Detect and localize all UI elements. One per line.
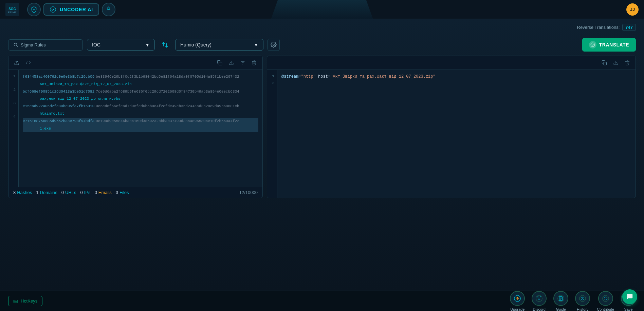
urls-stat: 0 URLs <box>61 190 76 195</box>
history-action[interactable]: History <box>575 291 590 311</box>
svg-text:PRIME: PRIME <box>8 11 16 14</box>
nav-shield-button[interactable] <box>27 3 41 16</box>
hotkeys-button[interactable]: HotKeys <box>8 296 42 306</box>
upgrade-action[interactable]: Upgrade <box>510 291 525 311</box>
code-icon <box>25 60 31 65</box>
right-editor-content[interactable]: @stream="http" host="Акт_Звірки_та_рах.ф… <box>277 70 636 198</box>
svg-point-30 <box>602 295 608 301</box>
contribute-action[interactable]: Contribute <box>597 291 614 311</box>
translate-button[interactable]: TRANSLATE <box>582 38 636 52</box>
svg-point-9 <box>591 43 595 47</box>
char-count: 12/10000 <box>239 190 258 195</box>
left-download-button[interactable] <box>226 58 236 67</box>
right-line-numbers: 1 2 <box>267 70 277 198</box>
history-icon <box>575 291 590 306</box>
svg-point-3 <box>33 8 35 10</box>
hashes-stat: 8 Hashes <box>13 190 32 195</box>
emails-stat: 0 Emails <box>95 190 112 195</box>
svg-point-5 <box>108 8 109 10</box>
emails-label: Emails <box>98 190 112 195</box>
ips-count: 0 <box>80 190 83 195</box>
left-copy-button[interactable] <box>215 58 224 67</box>
nav-title-container[interactable]: UNCODER AI <box>43 3 99 16</box>
left-download-icon <box>228 60 234 65</box>
editors-row: 1 2 3 4 f634458ac460762c0e9e3b8b7c29cb09… <box>8 56 636 198</box>
ips-stat: 0 IPs <box>80 190 91 195</box>
guide-label: Guide <box>556 307 566 311</box>
nav-settings-button[interactable] <box>102 3 115 16</box>
right-delete-button[interactable] <box>623 58 632 67</box>
shield-icon <box>31 6 37 13</box>
target-dropdown[interactable]: Humio (Query) ▼ <box>175 39 263 51</box>
source-dropdown-value: IOC <box>92 42 100 47</box>
hashes-label: Hashes <box>17 190 32 195</box>
left-editor-panel: 1 2 3 4 f634458ac460762c0e9e3b8b7c29cb09… <box>8 56 263 198</box>
top-nav: SOC PRIME UNCODER AI JJ <box>0 0 644 19</box>
target-dropdown-arrow: ▼ <box>254 42 258 47</box>
left-editor-content[interactable]: f634458ac460762c0e9e3b8b7c29cb09 be33946… <box>19 70 262 187</box>
svg-rect-18 <box>14 300 18 303</box>
svg-point-8 <box>273 44 275 46</box>
logo: SOC PRIME <box>5 3 19 16</box>
swap-button[interactable] <box>159 39 171 51</box>
code-line-1: f634458ac460762c0e9e3b8b7c29cb09 be33946… <box>23 73 258 81</box>
save-label: Save <box>624 307 632 311</box>
uncoder-icon <box>50 6 56 13</box>
source-dropdown-arrow: ▼ <box>145 42 150 47</box>
left-copy-icon <box>217 60 222 65</box>
settings-button[interactable] <box>268 39 280 51</box>
code-line-3b: htainfo.txt <box>23 110 258 118</box>
search-box[interactable]: Sigma Rules <box>8 39 83 51</box>
svg-rect-16 <box>604 62 607 65</box>
chat-icon <box>626 293 633 300</box>
search-icon <box>13 42 18 47</box>
search-label: Sigma Rules <box>21 42 46 47</box>
left-editor-toolbar <box>8 56 262 70</box>
svg-point-20 <box>536 295 542 301</box>
code-line-3: e15ead922a05d2fc80be05fa7fb16310 9e6cd6f… <box>23 103 258 110</box>
app-title: UNCODER AI <box>60 7 93 12</box>
files-stat: 3 Files <box>116 190 129 195</box>
svg-point-6 <box>14 43 17 46</box>
right-download-button[interactable] <box>611 58 621 67</box>
guide-icon <box>553 291 568 306</box>
code-button[interactable] <box>23 58 33 67</box>
target-dropdown-value: Humio (Query) <box>180 42 211 47</box>
code-line-2b: рахунок_від_12_07_2023_до_оплати.vbs <box>23 95 258 103</box>
source-dropdown[interactable]: IOC ▼ <box>87 39 155 51</box>
right-copy-button[interactable] <box>600 58 609 67</box>
logo-icon: SOC PRIME <box>5 3 19 16</box>
code-line-1b: Акт_Звірки_та_рах.факт_від_12_07_2023.zi… <box>23 81 258 88</box>
right-editor-toolbar <box>267 56 636 70</box>
domains-label: Domains <box>40 190 57 195</box>
contribute-label: Contribute <box>597 307 614 311</box>
right-editor-panel: 1 2 @stream="http" host="Акт_Звірки_та_р… <box>267 56 636 198</box>
hotkeys-icon <box>13 299 18 304</box>
left-filter-button[interactable] <box>238 58 247 67</box>
svg-point-22 <box>540 297 540 298</box>
upload-button[interactable] <box>12 58 21 67</box>
discord-action[interactable]: Discord <box>532 291 547 311</box>
svg-line-7 <box>17 46 18 47</box>
toolbar-row: Sigma Rules IOC ▼ Humio (Query) ▼ <box>8 38 636 52</box>
chat-bubble-button[interactable] <box>622 289 637 304</box>
left-delete-button[interactable] <box>250 58 259 67</box>
right-copy-icon <box>602 60 607 65</box>
left-line-numbers: 1 2 3 4 <box>8 70 19 187</box>
swap-icon <box>161 41 169 48</box>
files-count: 3 <box>116 190 118 195</box>
settings-gear-icon <box>271 42 277 48</box>
nav-gear-icon <box>105 6 112 13</box>
emails-count: 0 <box>95 190 97 195</box>
history-label: History <box>577 307 588 311</box>
ips-label: IPs <box>84 190 91 195</box>
filter-icon <box>240 60 245 65</box>
nav-deco <box>271 0 373 19</box>
upload-icon <box>14 60 19 65</box>
user-avatar[interactable]: JJ <box>626 3 639 16</box>
guide-action[interactable]: Guide <box>553 291 568 311</box>
right-trash-icon <box>625 60 630 65</box>
reverse-translations-label: Reverse Translations: <box>577 25 620 30</box>
hotkeys-label: HotKeys <box>21 298 37 304</box>
output-line-1: @stream="http" host="Акт_Звірки_та_рах.ф… <box>281 73 631 81</box>
